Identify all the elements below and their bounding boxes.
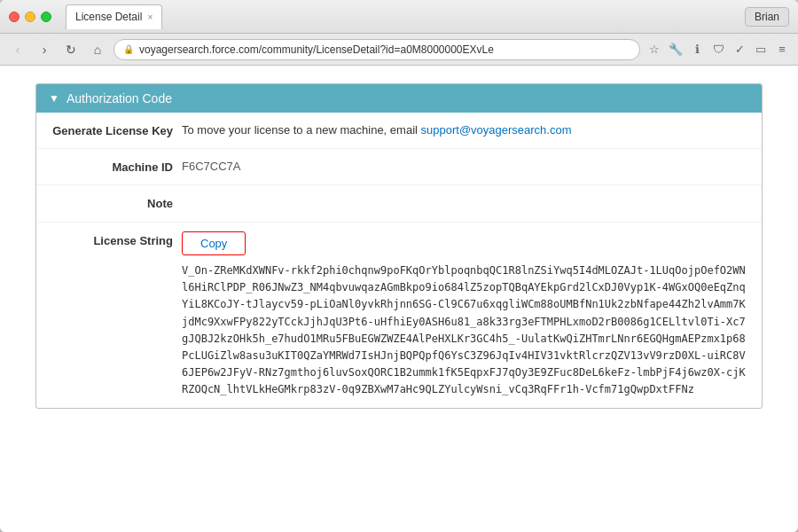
fullscreen-button[interactable] bbox=[41, 12, 51, 22]
machine-id-label: Machine ID bbox=[49, 158, 173, 176]
address-bar[interactable]: 🔒 voyagersearch.force.com/community/Lice… bbox=[113, 39, 640, 60]
machine-id-row: Machine ID F6C7CC7A bbox=[36, 149, 762, 185]
back-icon: ‹ bbox=[16, 43, 20, 57]
license-string-row: License String Copy V_On-ZReMKdXWNFv-rkk… bbox=[36, 223, 762, 408]
title-bar: License Detail × Brian bbox=[0, 0, 798, 34]
auth-body: Generate License Key To move your licens… bbox=[36, 113, 762, 408]
home-icon: ⌂ bbox=[94, 43, 101, 57]
back-button[interactable]: ‹ bbox=[7, 39, 28, 60]
url-text: voyagersearch.force.com/community/Licens… bbox=[139, 43, 494, 56]
browser-window: License Detail × Brian ‹ › ↻ ⌂ 🔒 voyager… bbox=[0, 0, 798, 532]
page-content: ▼ Authorization Code Generate License Ke… bbox=[0, 66, 798, 532]
forward-button[interactable]: › bbox=[34, 39, 55, 60]
support-email-link[interactable]: support@voyagersearch.com bbox=[421, 123, 572, 137]
profile-button[interactable]: Brian bbox=[745, 7, 789, 27]
nav-icons: ☆ 🔧 ℹ 🛡 ✓ ▭ ≡ bbox=[645, 41, 791, 59]
close-button[interactable] bbox=[9, 12, 20, 22]
license-string-label: License String bbox=[49, 231, 173, 249]
note-label: Note bbox=[49, 194, 173, 212]
info-icon[interactable]: ℹ bbox=[688, 41, 706, 59]
tab-close-button[interactable]: × bbox=[147, 12, 153, 22]
nav-bar: ‹ › ↻ ⌂ 🔒 voyagersearch.force.com/commun… bbox=[0, 34, 798, 66]
cast-icon[interactable]: ▭ bbox=[752, 41, 770, 59]
generate-label: Generate License Key bbox=[49, 121, 173, 139]
active-tab[interactable]: License Detail × bbox=[66, 4, 162, 29]
auth-header: ▼ Authorization Code bbox=[36, 84, 762, 113]
menu-icon[interactable]: ≡ bbox=[773, 41, 791, 59]
auth-header-title: Authorization Code bbox=[66, 91, 172, 106]
auth-section: ▼ Authorization Code Generate License Ke… bbox=[35, 83, 763, 409]
generate-row: Generate License Key To move your licens… bbox=[36, 113, 762, 149]
reload-icon: ↻ bbox=[66, 43, 76, 57]
shield-icon[interactable]: 🛡 bbox=[709, 41, 727, 59]
home-button[interactable]: ⌂ bbox=[87, 39, 108, 60]
traffic-lights bbox=[9, 12, 51, 22]
tab-bar: License Detail × bbox=[66, 4, 738, 29]
extension-icon[interactable]: 🔧 bbox=[667, 41, 685, 59]
collapse-icon[interactable]: ▼ bbox=[49, 92, 59, 105]
license-string-content: Copy V_On-ZReMKdXWNFv-rkkf2phi0chqnw9poF… bbox=[182, 231, 749, 399]
copy-button[interactable]: Copy bbox=[182, 231, 246, 256]
note-row: Note bbox=[36, 185, 762, 222]
forward-icon: › bbox=[43, 43, 47, 57]
checkmark-icon[interactable]: ✓ bbox=[731, 41, 748, 59]
license-text: V_On-ZReMKdXWNFv-rkkf2phi0chqnw9poFKqOrY… bbox=[182, 262, 749, 399]
bookmark-icon[interactable]: ☆ bbox=[645, 41, 663, 59]
machine-id-value: F6C7CC7A bbox=[182, 158, 749, 176]
lock-icon: 🔒 bbox=[123, 44, 134, 54]
reload-button[interactable]: ↻ bbox=[60, 39, 82, 60]
generate-value: To move your license to a new machine, e… bbox=[182, 121, 749, 139]
minimize-button[interactable] bbox=[25, 12, 35, 22]
tab-title: License Detail bbox=[75, 11, 142, 23]
